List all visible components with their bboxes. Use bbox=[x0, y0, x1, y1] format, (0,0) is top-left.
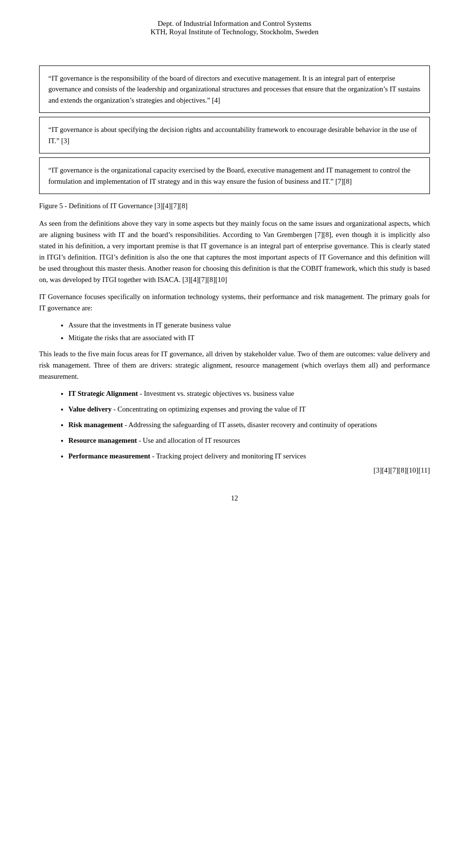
focus-area-4-bold: Resource management bbox=[68, 436, 137, 444]
focus-area-2: Value delivery - Concentrating on optimi… bbox=[68, 404, 430, 415]
quote-box-3: “IT governance is the organizational cap… bbox=[39, 157, 430, 194]
focus-area-3-text: - Addressing the safeguarding of IT asse… bbox=[123, 421, 377, 429]
header-line1: Dept. of Industrial Information and Cont… bbox=[39, 20, 430, 28]
focus-areas-list: IT Strategic Alignment - Investment vs. … bbox=[68, 388, 430, 462]
focus-area-5-text: - Tracking project delivery and monitori… bbox=[150, 452, 306, 460]
figure-caption: Figure 5 - Definitions of IT Governance … bbox=[39, 202, 430, 210]
body-paragraph-1: As seen from the definitions above they … bbox=[39, 218, 430, 285]
focus-area-2-text: - Concentrating on optimizing expenses a… bbox=[111, 405, 305, 413]
focus-area-5-bold: Performance measurement bbox=[68, 452, 150, 460]
focus-area-4: Resource management - Use and allocation… bbox=[68, 435, 430, 447]
quote-box-2: “IT governance is about specifying the d… bbox=[39, 117, 430, 153]
primary-goal-2: Mitigate the risks that are associated w… bbox=[68, 332, 430, 344]
focus-area-1-bold: IT Strategic Alignment bbox=[68, 390, 138, 397]
primary-goals-list: Assure that the investments in IT genera… bbox=[68, 320, 430, 344]
focus-area-5: Performance measurement - Tracking proje… bbox=[68, 451, 430, 462]
primary-goal-1: Assure that the investments in IT genera… bbox=[68, 320, 430, 331]
quote-text-3: “IT governance is the organizational cap… bbox=[48, 166, 410, 185]
quote-text-2: “IT governance is about specifying the d… bbox=[48, 126, 417, 144]
body-paragraph-2: IT Governance focuses specifically on in… bbox=[39, 291, 430, 314]
citations: [3][4][7][8][10][11] bbox=[39, 466, 430, 475]
focus-area-2-bold: Value delivery bbox=[68, 405, 111, 413]
header-line2: KTH, Royal Institute of Technology, Stoc… bbox=[39, 28, 430, 36]
focus-area-3-bold: Risk management bbox=[68, 421, 123, 429]
focus-area-4-text: - Use and allocation of IT resources bbox=[137, 436, 240, 444]
focus-area-1: IT Strategic Alignment - Investment vs. … bbox=[68, 388, 430, 400]
header: Dept. of Industrial Information and Cont… bbox=[39, 20, 430, 36]
page: Dept. of Industrial Information and Cont… bbox=[0, 0, 469, 868]
quote-text-1: “IT governance is the responsibility of … bbox=[48, 74, 420, 104]
focus-area-3: Risk management - Addressing the safegua… bbox=[68, 419, 430, 431]
quote-box-1: “IT governance is the responsibility of … bbox=[39, 65, 430, 113]
quote-boxes-section: “IT governance is the responsibility of … bbox=[39, 65, 430, 194]
focus-area-1-text: - Investment vs. strategic objectives vs… bbox=[138, 390, 294, 397]
page-number: 12 bbox=[39, 494, 430, 502]
body-paragraph-3: This leads to the five main focus areas … bbox=[39, 348, 430, 382]
